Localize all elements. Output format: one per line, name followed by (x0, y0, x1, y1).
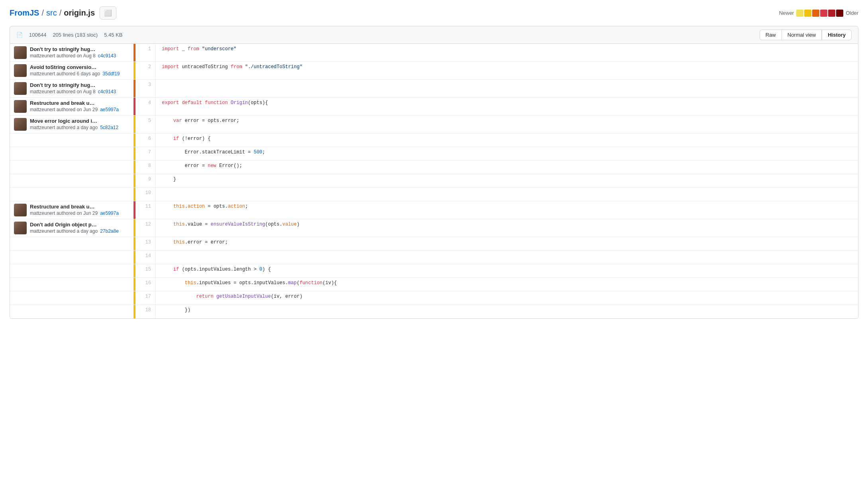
code-cell: } (155, 174, 858, 187)
avatar (14, 100, 27, 113)
commit-info: Restructure and break up strin...mattzeu… (30, 100, 119, 112)
age-color-3 (812, 10, 819, 17)
line-number: 2 (136, 62, 155, 79)
commit-hash[interactable]: ae5997a (100, 107, 119, 112)
line-number: 3 (136, 80, 155, 97)
table-row: 17 return getUsableInputValue(iv, error) (10, 291, 858, 305)
blame-commit-cell (10, 251, 134, 264)
commit-info: Restructure and break up strin...mattzeu… (30, 204, 119, 216)
table-row: Restructure and break up strin...mattzeu… (10, 201, 858, 219)
blame-commit-cell (10, 161, 134, 174)
commit-message: Don't try to stringify huge obje... (30, 82, 98, 88)
blame-commit-cell: Don't try to stringify huge obje...mattz… (10, 80, 134, 97)
line-number: 14 (136, 251, 155, 264)
commit-author: mattzeunert authored a day ago (30, 228, 98, 234)
line-number: 13 (136, 237, 155, 250)
commit-info: Don't add Origin object proper...mattzeu… (30, 222, 119, 234)
blame-commit-cell: Don't try to stringify huge obje...mattz… (10, 44, 134, 61)
toolbar-buttons: Raw Normal view History (760, 29, 852, 40)
file-icon: 📄 (16, 32, 23, 38)
commit-author: mattzeunert authored a day ago (30, 125, 98, 130)
commit-hash[interactable]: 27b2a8e (100, 228, 119, 234)
commit-message: Restructure and break up strin... (30, 100, 98, 106)
code-cell: this.error = error; (155, 237, 858, 250)
breadcrumb-repo[interactable]: FromJS (10, 8, 39, 18)
code-cell: return getUsableInputValue(iv, error) (155, 291, 858, 304)
commit-author: mattzeunert authored 6 days ago (30, 71, 100, 77)
newer-label: Newer (779, 10, 794, 16)
line-number: 11 (136, 201, 155, 219)
code-cell: import untracedToString from "./untraced… (155, 62, 858, 79)
raw-button[interactable]: Raw (760, 29, 782, 40)
commit-info: Move error logic around in Ori...mattzeu… (30, 118, 118, 130)
table-row: 16 this.inputValues = opts.inputValues.m… (10, 278, 858, 291)
table-row: 8 error = new Error(); (10, 161, 858, 174)
blame-commit-cell: Move error logic around in Ori...mattzeu… (10, 116, 134, 133)
code-cell: this.value = ensureValueIsString(opts.va… (155, 219, 858, 237)
table-row: Restructure and break up strin...mattzeu… (10, 98, 858, 116)
copy-icon: ⬜ (104, 10, 112, 16)
avatar (14, 204, 27, 216)
line-number: 10 (136, 188, 155, 201)
normal-view-button[interactable]: Normal view (782, 29, 822, 40)
commit-hash[interactable]: ae5997a (100, 210, 119, 216)
table-row: Move error logic around in Ori...mattzeu… (10, 116, 858, 134)
table-row: Don't try to stringify huge obje...mattz… (10, 80, 858, 98)
code-cell: export default function Origin(opts){ (155, 98, 858, 115)
line-number: 9 (136, 174, 155, 187)
commit-author: mattzeunert authored on Jun 29 (30, 107, 98, 112)
table-row: 15 if (opts.inputValues.length > 0) { (10, 264, 858, 278)
code-cell: }) (155, 305, 858, 318)
blame-commit-cell (10, 147, 134, 160)
code-cell (155, 251, 858, 264)
avatar (14, 82, 27, 95)
file-mode: 100644 (29, 32, 46, 38)
avatar (14, 46, 27, 59)
age-color-5 (828, 10, 835, 17)
commit-message: Avoid toString conversion of in... (30, 64, 98, 70)
code-cell: import _ from "underscore" (155, 44, 858, 61)
avatar (14, 222, 27, 234)
commit-author: mattzeunert authored on Jun 29 (30, 210, 98, 216)
commit-age-legend: Newer Older (779, 10, 858, 17)
breadcrumb-sep1: / (41, 8, 44, 18)
commit-hash[interactable]: 5c82a12 (100, 125, 118, 130)
code-cell (155, 188, 858, 201)
blame-commit-cell: Don't add Origin object proper...mattzeu… (10, 219, 134, 237)
breadcrumb-sep2: / (59, 8, 62, 18)
blame-commit-cell (10, 188, 134, 201)
blame-commit-cell (10, 305, 134, 318)
commit-info: Avoid toString conversion of in...mattze… (30, 64, 120, 77)
blame-commit-cell (10, 291, 134, 304)
commit-info: Don't try to stringify huge obje...mattz… (30, 46, 116, 59)
history-button[interactable]: History (822, 29, 852, 40)
line-number: 17 (136, 291, 155, 304)
page-header: FromJS / src / origin.js ⬜ Newer Older (0, 0, 868, 23)
commit-hash[interactable]: 35ddf19 (102, 71, 120, 77)
commit-hash[interactable]: c4c9143 (98, 89, 116, 94)
commit-info: Don't try to stringify huge obje...mattz… (30, 82, 116, 94)
line-number: 12 (136, 219, 155, 237)
blame-commit-cell: Avoid toString conversion of in...mattze… (10, 62, 134, 79)
file-meta: 📄 100644 205 lines (183 sloc) 5.45 KB (16, 32, 122, 38)
table-row: Avoid toString conversion of in...mattze… (10, 62, 858, 80)
code-cell: error = new Error(); (155, 161, 858, 174)
age-color-scale (796, 10, 843, 17)
blame-commit-cell (10, 174, 134, 187)
blame-commit-cell: Restructure and break up strin...mattzeu… (10, 201, 134, 219)
blame-commit-cell: Restructure and break up strin...mattzeu… (10, 98, 134, 115)
table-row: 18 }) (10, 305, 858, 318)
commit-hash[interactable]: c4c9143 (98, 53, 116, 59)
age-color-1 (796, 10, 803, 17)
line-number: 4 (136, 98, 155, 115)
line-number: 1 (136, 44, 155, 61)
line-number: 18 (136, 305, 155, 318)
copy-path-button[interactable]: ⬜ (100, 6, 116, 20)
breadcrumb-dir[interactable]: src (46, 8, 57, 18)
commit-message: Move error logic around in Ori... (30, 118, 98, 124)
table-row: 9 } (10, 174, 858, 188)
table-row: 6 if (!error) { (10, 134, 858, 147)
avatar (14, 118, 27, 131)
code-cell: Error.stackTraceLimit = 500; (155, 147, 858, 160)
code-cell: var error = opts.error; (155, 116, 858, 133)
